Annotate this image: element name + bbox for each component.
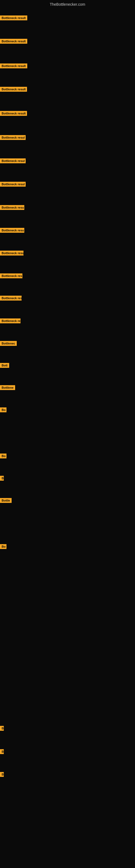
bottleneck-result-button-2[interactable]: Bottleneck result (0, 39, 27, 44)
bottleneck-result-button-22[interactable]: Bo (0, 544, 6, 549)
bottleneck-result-button-20[interactable]: B (0, 476, 4, 480)
bottleneck-result-button-5[interactable]: Bottleneck result (0, 111, 27, 116)
bottleneck-result-button-1[interactable]: Bottleneck result (0, 16, 27, 20)
bottleneck-result-button-17[interactable]: Bottlene (0, 385, 15, 390)
bottleneck-result-button-7[interactable]: Bottleneck resul (0, 158, 26, 163)
bottleneck-result-button-15[interactable]: Bottlenec (0, 341, 17, 346)
bottleneck-result-button-23[interactable]: B (0, 726, 4, 731)
bottleneck-result-button-13[interactable]: Bottleneck res (0, 296, 21, 301)
bottleneck-result-button-24[interactable]: B (0, 749, 4, 754)
bottleneck-result-button-8[interactable]: Bottleneck resul (0, 182, 26, 187)
chart-area: TheBottlenecker.com Bottleneck resultBot… (0, 0, 135, 868)
bottleneck-result-button-4[interactable]: Bottleneck result (0, 87, 27, 92)
bottleneck-result-button-19[interactable]: Bo (0, 454, 6, 458)
bottleneck-result-button-6[interactable]: Bottleneck resul (0, 135, 26, 140)
bottleneck-result-button-21[interactable]: Bottle (0, 498, 12, 503)
bottleneck-result-button-11[interactable]: Bottleneck resu (0, 251, 24, 255)
bottleneck-result-button-3[interactable]: Bottleneck result (0, 63, 27, 68)
site-title: TheBottlenecker.com (0, 0, 135, 9)
bottleneck-result-button-18[interactable]: Bo (0, 407, 6, 412)
bottleneck-result-button-25[interactable]: B (0, 772, 4, 777)
bottleneck-result-button-14[interactable]: Bottleneck re (0, 318, 20, 323)
bottleneck-result-button-10[interactable]: Bottleneck resu (0, 228, 24, 233)
bottleneck-result-button-16[interactable]: Bott (0, 363, 9, 368)
bottleneck-result-button-12[interactable]: Bottleneck res (0, 273, 22, 278)
bottleneck-result-button-9[interactable]: Bottleneck resu (0, 205, 24, 210)
